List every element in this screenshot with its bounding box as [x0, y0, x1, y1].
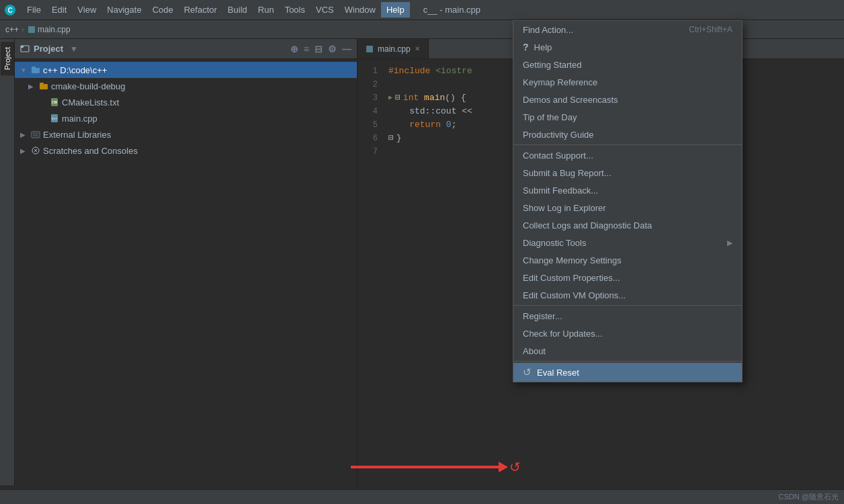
tree-label-scratches: Scratches and Consoles [43, 146, 138, 156]
menu-eval-reset[interactable]: ↺ Eval Reset [513, 363, 742, 382]
submit-bug-label: Submit a Bug Report... [523, 168, 611, 178]
svg-rect-8 [40, 83, 44, 85]
menu-run[interactable]: Run [253, 2, 280, 17]
breadcrumb-item-file[interactable]: main.cpp [38, 25, 71, 34]
menu-edit-vm-options[interactable]: Edit Custom VM Options... [513, 286, 742, 304]
menu-demos-screencasts[interactable]: Demos and Screencasts [513, 91, 742, 108]
window-title: c__ - main.cpp [417, 2, 487, 17]
find-action-label: Find Action... [523, 25, 573, 35]
menu-contact-support[interactable]: Contact Support... [513, 146, 742, 164]
line-numbers: 1 2 3 4 5 6 7 [357, 59, 382, 485]
menu-tools[interactable]: Tools [280, 2, 310, 17]
change-memory-label: Change Memory Settings [523, 255, 622, 265]
menu-file[interactable]: File [22, 2, 46, 17]
menu-productivity-guide[interactable]: Productivity Guide [513, 126, 742, 143]
line-num-5: 5 [357, 118, 378, 132]
collapse-all-icon[interactable]: ≡ [304, 44, 309, 54]
svg-rect-5 [32, 68, 40, 73]
separator-1 [513, 144, 742, 145]
menu-diagnostic-tools[interactable]: Diagnostic Tools ▶ [513, 234, 742, 251]
line-num-1: 1 [357, 65, 378, 78]
menu-show-log-explorer[interactable]: Show Log in Explorer [513, 199, 742, 216]
find-action-shortcut: Ctrl+Shift+A [689, 25, 732, 34]
fold-close-icon: ⊟ [388, 132, 394, 145]
menu-bar: C File Edit View Navigate Code Refactor … [0, 0, 844, 20]
tree-label-cmake-build: cmake-build-debug [51, 81, 126, 91]
menu-about[interactable]: About [513, 342, 742, 360]
tree-item-cmake-build[interactable]: ▶ cmake-build-debug [15, 78, 357, 94]
about-label: About [523, 346, 546, 356]
menu-submit-bug[interactable]: Submit a Bug Report... [513, 164, 742, 181]
tree-item-cmakelists[interactable]: ▶ CM CMakeLists.txt [15, 94, 357, 110]
svg-rect-7 [40, 84, 48, 89]
line-num-3: 3 [357, 91, 378, 105]
tree-label-cpp-root: c++ D:\code\c++ [43, 65, 107, 75]
contact-support-label: Contact Support... [523, 151, 593, 161]
menu-submit-feedback[interactable]: Submit Feedback... [513, 181, 742, 199]
menu-build[interactable]: Build [222, 2, 253, 17]
expand-icon[interactable]: ⊟ [314, 44, 323, 54]
fold-icon: ⊟ [395, 91, 400, 105]
project-sidebar: Project ▼ ⊕ ≡ ⊟ ⚙ — ▼ c++ D:\code\c++ ▶ … [15, 39, 357, 485]
vert-tab-project[interactable]: Project [1, 42, 14, 75]
line-num-2: 2 [357, 78, 378, 91]
menu-help[interactable]: Help [381, 2, 410, 17]
svg-rect-2 [28, 26, 35, 33]
editor-tab-main-cpp[interactable]: main.cpp ✕ [357, 39, 429, 58]
menu-tip-of-day[interactable]: Tip of the Day [513, 108, 742, 126]
sidebar-dropdown-arrow[interactable]: ▼ [70, 44, 78, 54]
menu-edit-custom-props[interactable]: Edit Custom Properties... [513, 269, 742, 286]
menu-check-updates[interactable]: Check for Updates... [513, 325, 742, 342]
keyword-include: #include [388, 65, 430, 78]
menu-refactor[interactable]: Refactor [179, 2, 222, 17]
menu-register[interactable]: Register... [513, 307, 742, 325]
settings-icon[interactable]: ⚙ [328, 44, 337, 54]
separator-3 [513, 361, 742, 362]
menu-change-memory[interactable]: Change Memory Settings [513, 251, 742, 269]
menu-navigate[interactable]: Navigate [101, 2, 146, 17]
svg-rect-13 [32, 132, 40, 138]
menu-help-item[interactable]: ? Help [513, 38, 742, 56]
minimize-icon[interactable]: — [342, 44, 351, 54]
menu-edit[interactable]: Edit [46, 2, 72, 17]
edit-custom-props-label: Edit Custom Properties... [523, 273, 620, 283]
breadcrumb-item-cpp[interactable]: c++ [5, 25, 19, 34]
submit-feedback-label: Submit Feedback... [523, 185, 598, 196]
undo-icon: ↺ [523, 366, 532, 378]
run-arrow-icon: ▶ [388, 91, 392, 105]
menu-find-action[interactable]: Find Action... Ctrl+Shift+A [513, 21, 742, 38]
status-text: CSDN @随意石光 [779, 492, 839, 502]
tree-label-cmakelists: CMakeLists.txt [62, 97, 119, 108]
tree-item-external-libs[interactable]: ▶ External Libraries [15, 126, 357, 142]
svg-text:C: C [7, 7, 12, 14]
svg-rect-6 [32, 67, 36, 69]
help-label: Help [534, 42, 552, 52]
include-path: <iostre [435, 65, 472, 78]
chevron-right-ext: ▶ [20, 131, 28, 138]
diagnostic-tools-label: Diagnostic Tools [523, 238, 586, 248]
sidebar-title: Project [34, 44, 63, 54]
return-zero: 0 [446, 118, 452, 132]
tree-item-cpp-root[interactable]: ▼ c++ D:\code\c++ [15, 62, 357, 78]
menu-window[interactable]: Window [339, 2, 381, 17]
menu-collect-logs[interactable]: Collect Logs and Diagnostic Data [513, 216, 742, 234]
chevron-right-icon: ▶ [28, 83, 36, 90]
tab-close-icon[interactable]: ✕ [415, 45, 420, 52]
menu-keymap-reference[interactable]: Keymap Reference [513, 73, 742, 91]
menu-view[interactable]: View [72, 2, 101, 17]
tree-item-main-cpp[interactable]: ▶ c++ main.cpp [15, 110, 357, 126]
menu-vcs[interactable]: VCS [310, 2, 339, 17]
question-icon: ? [523, 42, 529, 52]
keymap-reference-label: Keymap Reference [523, 77, 597, 87]
menu-getting-started[interactable]: Getting Started [513, 56, 742, 73]
tab-label-main-cpp: main.cpp [378, 44, 411, 54]
func-main: main [424, 91, 445, 105]
add-icon[interactable]: ⊕ [290, 44, 298, 54]
demos-screencasts-label: Demos and Screencasts [523, 95, 618, 105]
register-label: Register... [523, 311, 562, 321]
tree-item-scratches[interactable]: ▶ Scratches and Consoles [15, 142, 357, 159]
line-num-7: 7 [357, 145, 378, 159]
separator-2 [513, 305, 742, 306]
vertical-tab-strip: Project [0, 39, 15, 485]
menu-code[interactable]: Code [147, 2, 179, 17]
